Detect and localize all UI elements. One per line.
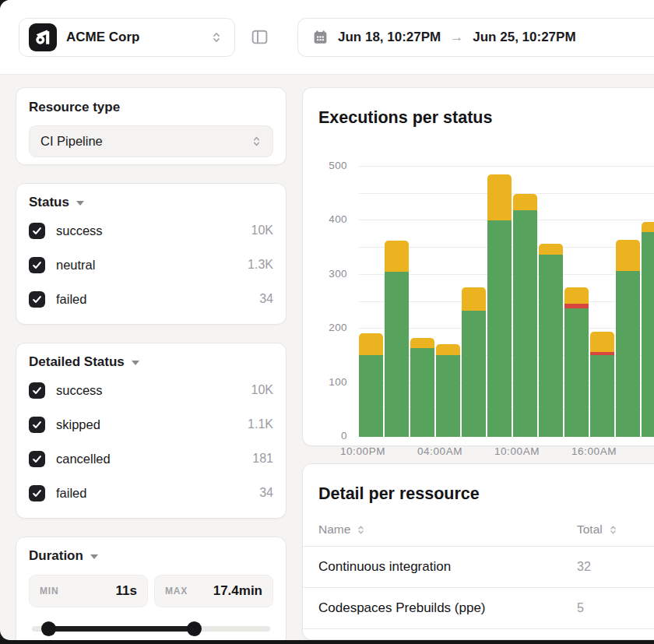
bar-segment-neutral[interactable] xyxy=(564,287,589,304)
resource-type-title: Resource type xyxy=(29,100,273,115)
x-axis-label: 04:00AM xyxy=(417,445,462,457)
filter-count: 34 xyxy=(259,292,273,306)
bar-segment-neutral[interactable] xyxy=(616,240,640,271)
y-axis-label: 500 xyxy=(303,160,347,171)
resource-type-card: Resource type CI Pipeline xyxy=(16,87,287,165)
bar-segment-failed[interactable] xyxy=(564,304,589,308)
y-axis-label: 0 xyxy=(303,430,347,442)
duration-min-value: 11s xyxy=(116,583,137,599)
bar-segment-success[interactable] xyxy=(539,255,563,437)
duration-filter-title[interactable]: Duration xyxy=(29,548,273,564)
main-column: Executions per status 010020030040050010… xyxy=(302,87,654,640)
filter-row-skipped: skipped1.1K xyxy=(29,407,273,442)
sort-icon xyxy=(355,524,367,536)
slider-active-range xyxy=(48,626,194,632)
unfold-icon xyxy=(250,135,263,148)
bar-segment-success[interactable] xyxy=(462,311,486,437)
bar-segment-neutral[interactable] xyxy=(590,332,614,352)
filter-count: 10K xyxy=(251,383,273,397)
bar-segment-neutral[interactable] xyxy=(410,338,434,347)
filter-count: 181 xyxy=(252,452,273,466)
bar-segment-neutral[interactable] xyxy=(487,174,512,220)
checkbox-failed[interactable] xyxy=(29,291,45,308)
calendar-icon xyxy=(312,29,329,45)
checkbox-success[interactable] xyxy=(29,382,45,399)
resource-type-select[interactable]: CI Pipeline xyxy=(29,125,273,157)
unfold-icon xyxy=(209,30,223,44)
date-start: Jun 18, 10:27PM xyxy=(338,30,441,45)
bar-segment-neutral[interactable] xyxy=(642,222,654,232)
column-header-total[interactable]: Total xyxy=(577,523,653,537)
filter-count: 1.3K xyxy=(248,258,273,272)
bar-segment-neutral[interactable] xyxy=(359,333,383,355)
bar-segment-neutral[interactable] xyxy=(513,194,537,210)
duration-fields: MIN 11s MAX 17.4min xyxy=(29,575,273,607)
filter-row-success: success10K xyxy=(29,373,273,407)
filter-label: success xyxy=(56,383,251,398)
gridline xyxy=(359,166,654,167)
checkbox-success[interactable] xyxy=(29,223,45,239)
org-name: ACME Corp xyxy=(66,30,209,45)
bar-segment-neutral[interactable] xyxy=(385,241,409,272)
x-axis-label: 10:00AM xyxy=(494,445,540,457)
detailed-status-filter-title[interactable]: Detailed Status xyxy=(29,354,273,370)
bar-segment-neutral[interactable] xyxy=(539,244,563,255)
y-axis-label: 100 xyxy=(303,376,347,388)
table-row[interactable]: Continuous integration32 xyxy=(303,547,654,588)
bar-segment-success[interactable] xyxy=(616,271,640,437)
sidebar-toggle-button[interactable] xyxy=(246,24,272,51)
table-row[interactable]: Codespaces Prebuilds (ppe)5 xyxy=(303,588,654,629)
checkbox-cancelled[interactable] xyxy=(29,451,45,467)
y-axis-label: 300 xyxy=(303,268,347,280)
chart-title: Executions per status xyxy=(318,108,492,128)
checkbox-neutral[interactable] xyxy=(29,257,45,273)
detailed-status-filter-rows: success10Kskipped1.1Kcancelled181failed3… xyxy=(29,373,273,510)
duration-max-field[interactable]: MAX 17.4min xyxy=(154,575,273,607)
status-filter-title[interactable]: Status xyxy=(29,195,273,210)
resource-type-value: CI Pipeline xyxy=(40,134,250,149)
detail-table-card: Detail per ressource Name Total xyxy=(302,463,654,640)
bar-segment-success[interactable] xyxy=(436,355,460,437)
slider-handle-max[interactable] xyxy=(187,621,202,636)
resource-name: Continuous integration xyxy=(318,559,577,575)
bar-segment-success[interactable] xyxy=(410,348,434,438)
duration-max-label: MAX xyxy=(165,586,188,596)
status-filter-rows: success10Kneutral1.3Kfailed34 xyxy=(29,213,273,316)
duration-range-slider[interactable] xyxy=(32,621,270,636)
bar-segment-success[interactable] xyxy=(590,355,614,437)
top-bar: ACME Corp xyxy=(0,0,654,75)
org-selector[interactable]: ACME Corp xyxy=(19,18,235,57)
resource-total: 5 xyxy=(577,601,653,615)
slider-handle-min[interactable] xyxy=(41,621,56,636)
caret-down-icon xyxy=(90,554,98,559)
y-axis-label: 200 xyxy=(303,322,347,333)
checkbox-failed[interactable] xyxy=(29,485,45,501)
detailed-status-filter-card: Detailed Status success10Kskipped1.1Kcan… xyxy=(16,343,287,519)
resource-total: 32 xyxy=(577,560,653,574)
bar-segment-success[interactable] xyxy=(564,308,589,437)
x-axis-label: 16:00AM xyxy=(571,445,617,457)
arrow-right-icon: → xyxy=(450,30,463,45)
bar-segment-success[interactable] xyxy=(385,272,409,437)
bar-segment-success[interactable] xyxy=(487,220,512,437)
bar-segment-failed[interactable] xyxy=(590,352,614,355)
app-window: ACME Corp xyxy=(0,0,654,640)
checkbox-skipped[interactable] xyxy=(29,417,45,433)
y-axis-label: 400 xyxy=(303,213,347,225)
table-title: Detail per ressource xyxy=(318,484,653,504)
bar-segment-success[interactable] xyxy=(359,355,383,437)
filter-row-success: success10K xyxy=(29,213,273,248)
duration-min-label: MIN xyxy=(40,586,58,596)
bar-segment-success[interactable] xyxy=(513,210,537,437)
column-header-name[interactable]: Name xyxy=(318,523,577,537)
bar-segment-neutral[interactable] xyxy=(436,344,460,356)
bar-segment-neutral[interactable] xyxy=(462,287,486,311)
bar-segment-success[interactable] xyxy=(642,232,654,437)
screenshot-stage: ACME Corp xyxy=(0,0,654,644)
date-range-picker[interactable]: Jun 18, 10:27PM → Jun 25, 10:27PM xyxy=(297,18,654,57)
caret-down-icon xyxy=(132,361,139,365)
executions-chart-card: Executions per status 010020030040050010… xyxy=(302,87,654,446)
duration-min-field[interactable]: MIN 11s xyxy=(29,575,148,607)
filter-count: 34 xyxy=(259,486,273,500)
filter-row-cancelled: cancelled181 xyxy=(29,442,273,476)
